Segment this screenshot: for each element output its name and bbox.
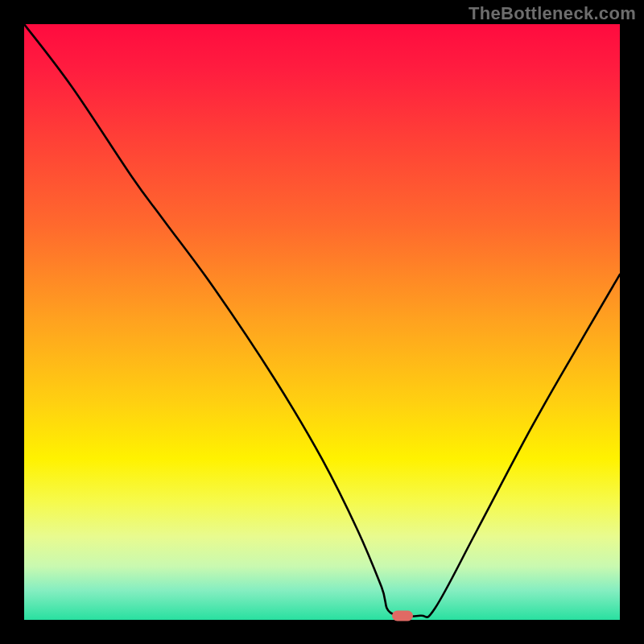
bottleneck-curve: [24, 24, 620, 620]
minimum-marker: [392, 610, 413, 621]
chart-frame: TheBottleneck.com: [0, 0, 644, 644]
plot-area: [24, 24, 620, 620]
watermark-text: TheBottleneck.com: [469, 3, 636, 24]
